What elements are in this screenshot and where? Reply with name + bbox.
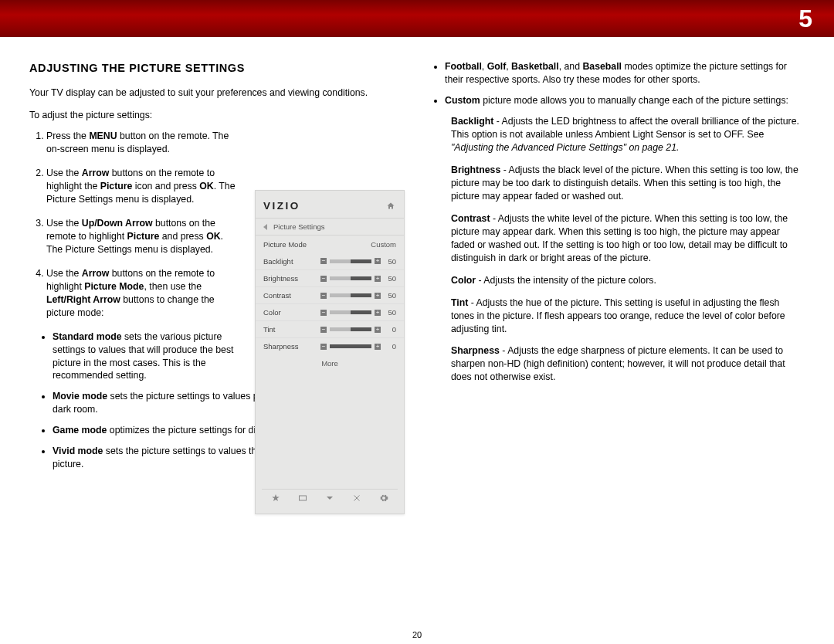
- slider-track[interactable]: [330, 276, 371, 280]
- osd-slider-label: Brightness: [263, 274, 298, 283]
- osd-slider-value: 50: [384, 291, 396, 300]
- osd-mode-row[interactable]: Picture Mode Custom: [256, 236, 404, 253]
- plus-icon[interactable]: +: [375, 344, 381, 350]
- minus-icon[interactable]: −: [320, 293, 327, 299]
- minus-icon[interactable]: −: [320, 310, 327, 316]
- osd-crumb-label: Picture Settings: [273, 222, 325, 231]
- gear-icon[interactable]: [379, 493, 388, 505]
- minus-icon[interactable]: −: [320, 276, 327, 282]
- def-color: Color - Adjusts the intensity of the pic…: [451, 274, 805, 287]
- osd-logo: VIZIO: [263, 200, 300, 212]
- osd-slider[interactable]: −+50: [320, 291, 396, 300]
- osd-slider[interactable]: −+0: [320, 342, 396, 351]
- osd-slider[interactable]: −+50: [320, 308, 396, 317]
- close-icon[interactable]: [352, 493, 361, 505]
- mode-custom: Custom picture mode allows you to manual…: [445, 94, 805, 107]
- osd-slider-label: Sharpness: [263, 342, 298, 351]
- osd-panel: VIZIO Picture Settings Picture Mode Cust…: [255, 190, 405, 514]
- slider-track[interactable]: [330, 344, 371, 348]
- osd-mode-label: Picture Mode: [263, 240, 307, 249]
- modes-bullets-narrow: Standard mode sets the various picture s…: [29, 330, 240, 383]
- step-1: Press the MENU button on the remote. The…: [46, 130, 240, 156]
- def-brightness: Brightness - Adjusts the black level of …: [451, 164, 805, 203]
- osd-slider-label: Color: [263, 308, 281, 317]
- osd-slider-value: 50: [384, 257, 396, 266]
- page-body: ADJUSTING THE PICTURE SETTINGS Your TV d…: [0, 37, 834, 644]
- mode-standard: Standard mode sets the various picture s…: [53, 330, 240, 383]
- osd-footer: [262, 489, 398, 509]
- star-icon[interactable]: [271, 493, 280, 505]
- osd-slider[interactable]: −+0: [320, 325, 396, 334]
- osd-slider-row[interactable]: Tint−+0: [256, 320, 404, 337]
- def-contrast: Contrast - Adjusts the white level of th…: [451, 212, 805, 265]
- osd-more-row[interactable]: More: [256, 354, 404, 371]
- mode-sports: Football, Golf, Basketball, and Baseball…: [445, 60, 805, 86]
- plus-icon[interactable]: +: [375, 310, 381, 316]
- chapter-number: 5: [798, 5, 812, 33]
- plus-icon[interactable]: +: [375, 293, 381, 299]
- minus-icon[interactable]: −: [320, 327, 327, 333]
- rect-icon[interactable]: [298, 493, 307, 505]
- plus-icon[interactable]: +: [375, 276, 381, 282]
- minus-icon[interactable]: −: [320, 344, 327, 350]
- intro-text: Your TV display can be adjusted to suit …: [29, 86, 406, 100]
- section-title: ADJUSTING THE PICTURE SETTINGS: [29, 60, 406, 76]
- page-number: 20: [0, 630, 834, 639]
- osd-slider-label: Backlight: [263, 257, 293, 266]
- steps-list: Press the MENU button on the remote. The…: [29, 130, 240, 320]
- osd-slider-value: 50: [384, 274, 396, 283]
- osd-mode-value: Custom: [371, 240, 396, 249]
- osd-slider-row[interactable]: Contrast−+50: [256, 286, 404, 303]
- osd-slider-value: 0: [384, 342, 396, 351]
- step-2: Use the Arrow buttons on the remote to h…: [46, 167, 240, 206]
- minus-icon[interactable]: −: [320, 258, 327, 264]
- osd-slider[interactable]: −+50: [320, 257, 396, 266]
- plus-icon[interactable]: +: [375, 327, 381, 333]
- osd-slider-row[interactable]: Brightness−+50: [256, 269, 404, 286]
- osd-slider-row[interactable]: Backlight−+50: [256, 253, 404, 269]
- def-tint: Tint - Adjusts the hue of the picture. T…: [451, 297, 805, 336]
- back-icon[interactable]: [263, 224, 267, 230]
- osd-breadcrumb[interactable]: Picture Settings: [256, 219, 404, 236]
- osd-header: VIZIO: [256, 191, 404, 219]
- subhead-text: To adjust the picture settings:: [29, 109, 406, 122]
- slider-track[interactable]: [330, 259, 371, 263]
- osd-slider[interactable]: −+50: [320, 274, 396, 283]
- slider-track[interactable]: [330, 327, 371, 331]
- svg-rect-0: [299, 496, 306, 500]
- modes-bullets-right: Football, Golf, Basketball, and Baseball…: [428, 60, 805, 107]
- slider-track[interactable]: [330, 310, 371, 314]
- right-column: Football, Golf, Basketball, and Baseball…: [428, 60, 805, 636]
- def-sharpness: Sharpness - Adjusts the edge sharpness o…: [451, 344, 805, 384]
- osd-slider-value: 0: [384, 325, 396, 334]
- osd-slider-label: Contrast: [263, 291, 291, 300]
- osd-slider-row[interactable]: Sharpness−+0: [256, 337, 404, 354]
- osd-slider-value: 50: [384, 308, 396, 317]
- home-icon[interactable]: [385, 202, 396, 211]
- osd-more-label: More: [321, 359, 338, 368]
- slider-track[interactable]: [330, 293, 371, 297]
- step-4: Use the Arrow buttons on the remote to h…: [46, 267, 240, 320]
- definitions: Backlight - Adjusts the LED brightness t…: [428, 115, 805, 384]
- chevron-down-icon[interactable]: [325, 493, 334, 505]
- chapter-header: 5: [0, 0, 834, 37]
- plus-icon[interactable]: +: [375, 258, 381, 264]
- osd-slider-label: Tint: [263, 325, 275, 334]
- osd-slider-row[interactable]: Color−+50: [256, 303, 404, 320]
- step-3: Use the Up/Down Arrow buttons on the rem…: [46, 217, 240, 256]
- def-backlight: Backlight - Adjusts the LED brightness t…: [451, 115, 805, 154]
